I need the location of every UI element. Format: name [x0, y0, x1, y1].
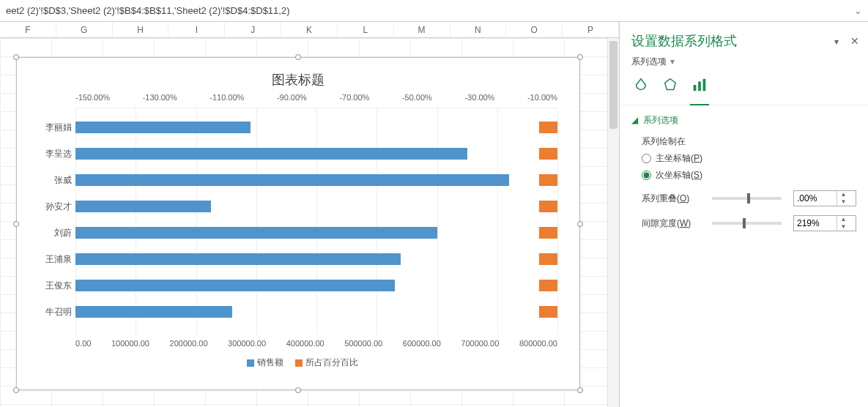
resize-handle[interactable] [295, 387, 301, 393]
resize-handle[interactable] [295, 54, 301, 60]
bar-primary[interactable] [75, 174, 509, 186]
bar-primary[interactable] [75, 201, 211, 212]
spin-down-icon[interactable]: ▼ [837, 198, 850, 206]
column-header[interactable]: G [56, 22, 113, 37]
primary-axis[interactable]: 0.00100000.00200000.00300000.00400000.00… [24, 335, 572, 348]
embedded-chart[interactable]: 图表标题 -150.00%-130.00%-110.00%-90.00%-70.… [16, 57, 580, 390]
bar-primary[interactable] [75, 306, 232, 318]
svg-rect-2 [698, 81, 701, 91]
radio-primary-axis[interactable]: 主坐标轴(P) [642, 152, 856, 165]
resize-handle[interactable] [577, 221, 583, 227]
gap-width-row: 间隙宽度(W) ▲▼ [642, 215, 856, 231]
category-label: 孙安才 [31, 201, 72, 213]
axis-tick: 800000.00 [519, 339, 557, 348]
format-task-pane: 设置数据系列格式 ▾ ✕ 系列选项 ▾ ◢ 系列选项 系列绘制在 [619, 22, 868, 407]
bar-primary[interactable] [75, 253, 401, 265]
bar-row[interactable]: 王俊东 [75, 272, 557, 299]
bar-row[interactable]: 王浦泉 [75, 246, 557, 272]
chart-legend[interactable]: 销售额 所占百分百比 [24, 356, 572, 369]
legend-item[interactable]: 所占百分百比 [305, 357, 358, 367]
resize-handle[interactable] [577, 54, 583, 60]
bar-secondary[interactable] [539, 280, 557, 291]
column-header[interactable]: F [0, 22, 56, 37]
fill-line-icon[interactable] [631, 75, 650, 94]
legend-item[interactable]: 销售额 [257, 357, 283, 367]
scrollbar-thumb[interactable] [609, 41, 617, 129]
category-label: 王俊东 [31, 280, 72, 292]
axis-tick: -50.00% [402, 93, 432, 102]
bar-row[interactable]: 张威 [75, 167, 557, 193]
bar-secondary[interactable] [539, 148, 557, 160]
effects-icon[interactable] [661, 75, 680, 94]
spin-down-icon[interactable]: ▼ [837, 223, 850, 231]
spin-up-icon[interactable]: ▲ [837, 216, 850, 223]
column-header[interactable]: L [338, 22, 394, 37]
resize-handle[interactable] [13, 387, 19, 393]
bar-secondary[interactable] [539, 174, 557, 186]
axis-tick: 300000.00 [228, 339, 266, 348]
vertical-scrollbar[interactable] [607, 38, 619, 407]
chart-title[interactable]: 图表标题 [24, 71, 572, 89]
formula-text: eet2 (2)'!$D$3,'Sheet2 (2)'!$B$4:$B$11,'… [6, 5, 290, 16]
radio-input[interactable] [642, 171, 651, 180]
formula-expand-icon[interactable]: ⌄ [854, 5, 862, 16]
worksheet-area[interactable]: FGHIJKLMNOP 图表标题 -150.00%-130.00%-110.00… [0, 22, 619, 407]
axis-tick: 200000.00 [170, 339, 208, 348]
column-header[interactable]: K [281, 22, 338, 37]
bar-primary[interactable] [75, 122, 251, 133]
pane-options-dropdown-icon[interactable]: ▾ [834, 37, 839, 47]
bar-secondary[interactable] [539, 306, 557, 318]
column-header[interactable]: O [506, 22, 563, 37]
column-header[interactable]: M [394, 22, 450, 37]
bar-row[interactable]: 李呈选 [75, 141, 557, 167]
gap-input[interactable] [794, 218, 837, 228]
overlap-slider[interactable] [712, 197, 782, 200]
column-header[interactable]: J [225, 22, 281, 37]
bar-primary[interactable] [75, 148, 467, 160]
bar-primary[interactable] [75, 280, 395, 291]
overlap-input[interactable] [794, 193, 837, 204]
bar-row[interactable]: 刘蔚 [75, 220, 557, 246]
resize-handle[interactable] [13, 54, 19, 60]
radio-input[interactable] [642, 154, 651, 163]
axis-tick: -90.00% [277, 93, 307, 102]
axis-tick: 400000.00 [286, 339, 324, 348]
series-options-icon[interactable] [690, 75, 709, 94]
section-header[interactable]: ◢ 系列选项 [620, 105, 868, 131]
gap-spinner[interactable]: ▲▼ [793, 215, 856, 231]
pane-title: 设置数据系列格式 [620, 22, 868, 56]
bar-row[interactable]: 牛召明 [75, 299, 557, 325]
column-header[interactable]: H [113, 22, 169, 37]
axis-tick: -30.00% [464, 93, 494, 102]
legend-swatch-icon [295, 359, 303, 367]
bar-secondary[interactable] [539, 201, 557, 212]
formula-bar[interactable]: eet2 (2)'!$D$3,'Sheet2 (2)'!$B$4:$B$11,'… [0, 0, 868, 22]
column-header[interactable]: P [563, 22, 619, 37]
spin-up-icon[interactable]: ▲ [837, 191, 850, 198]
resize-handle[interactable] [13, 221, 19, 227]
axis-tick: -130.00% [143, 93, 177, 102]
bar-secondary[interactable] [539, 227, 557, 239]
bar-primary[interactable] [75, 227, 437, 239]
gap-slider[interactable] [712, 222, 782, 225]
overlap-spinner[interactable]: ▲▼ [793, 190, 856, 206]
column-headers: FGHIJKLMNOP [0, 22, 619, 38]
series-overlap-row: 系列重叠(O) ▲▼ [642, 190, 856, 206]
axis-tick: -150.00% [75, 93, 110, 102]
category-label: 李呈选 [31, 148, 72, 160]
axis-tick: -70.00% [339, 93, 369, 102]
close-icon[interactable]: ✕ [850, 35, 859, 47]
pane-subtitle[interactable]: 系列选项 ▾ [620, 56, 868, 75]
plot-area[interactable]: 李丽娟李呈选张威孙安才刘蔚王浦泉王俊东牛召明 [75, 108, 557, 335]
resize-handle[interactable] [577, 387, 583, 393]
bar-row[interactable]: 孙安才 [75, 193, 557, 220]
bar-secondary[interactable] [539, 122, 557, 133]
radio-secondary-axis[interactable]: 次坐标轴(S) [642, 169, 856, 182]
pane-category-icons [620, 75, 868, 105]
column-header[interactable]: N [450, 22, 507, 37]
bar-row[interactable]: 李丽娟 [75, 114, 557, 141]
axis-tick: 600000.00 [403, 339, 441, 348]
column-header[interactable]: I [168, 22, 225, 37]
secondary-axis[interactable]: -150.00%-130.00%-110.00%-90.00%-70.00%-5… [24, 93, 572, 102]
bar-secondary[interactable] [539, 253, 557, 265]
